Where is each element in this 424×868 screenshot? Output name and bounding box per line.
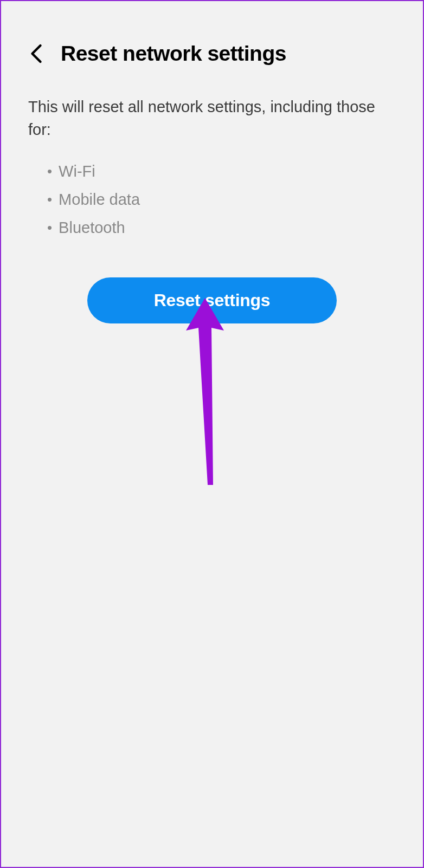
bullet-dot-icon: •: [47, 215, 52, 241]
list-item: • Wi-Fi: [47, 157, 396, 185]
reset-settings-button[interactable]: Reset settings: [87, 277, 337, 323]
back-icon[interactable]: [28, 43, 44, 64]
list-item: • Mobile data: [47, 185, 396, 213]
description-text: This will reset all network settings, in…: [1, 82, 423, 141]
list-item-label: Mobile data: [59, 185, 140, 213]
button-container: Reset settings: [1, 277, 423, 323]
bullet-dot-icon: •: [47, 159, 52, 184]
bullet-dot-icon: •: [47, 187, 52, 212]
annotation-arrow-icon: [183, 298, 237, 485]
bullet-list: • Wi-Fi • Mobile data • Bluetooth: [1, 141, 423, 242]
list-item: • Bluetooth: [47, 213, 396, 242]
page-title: Reset network settings: [61, 42, 286, 66]
list-item-label: Bluetooth: [59, 213, 125, 242]
page-header: Reset network settings: [1, 1, 423, 82]
list-item-label: Wi-Fi: [59, 157, 95, 185]
